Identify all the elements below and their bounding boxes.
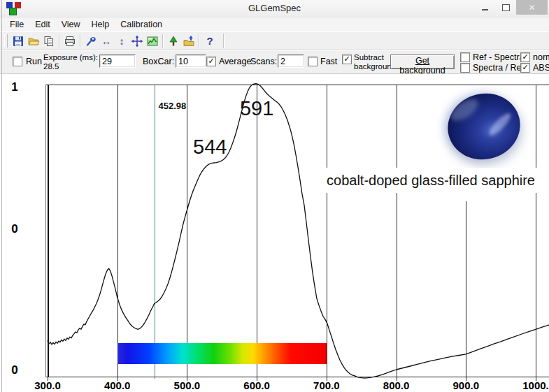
menu-view[interactable]: View — [56, 17, 86, 31]
open-folder-icon — [27, 35, 40, 48]
expand-vertical-button[interactable]: ↕ — [114, 34, 129, 48]
menu-file[interactable]: File — [4, 17, 29, 31]
fit-vertical-button[interactable] — [166, 34, 181, 48]
print-button[interactable] — [62, 34, 78, 48]
abs-checkbox[interactable]: ✓ — [520, 63, 530, 73]
maximize-icon — [502, 4, 510, 11]
x-axis-label: 1000. — [522, 379, 549, 391]
menu-bar: File Edit View Help Calibration — [0, 17, 549, 31]
copy-button[interactable] — [41, 34, 57, 48]
pan-move-icon — [131, 35, 143, 48]
menu-help[interactable]: Help — [86, 17, 115, 31]
x-axis-label: 600.0 — [243, 379, 270, 391]
close-button[interactable]: ✕ — [516, 0, 548, 15]
peak-label: 544 — [193, 136, 227, 159]
y-axis-outer-line — [45, 85, 46, 377]
spectrum-chart: cobalt-doped glass-filled sapphire 300.0… — [0, 74, 549, 392]
autoscale-icon — [146, 35, 159, 48]
minimize-button[interactable] — [474, 0, 495, 15]
toolbar-separator — [59, 34, 60, 48]
x-axis-label: 500.0 — [174, 379, 201, 391]
menu-calibration[interactable]: Calibration — [115, 17, 168, 31]
export-folder-icon — [183, 35, 195, 48]
expand-horizontal-button[interactable]: ↔ — [99, 34, 114, 48]
abs-label: ABS — [533, 63, 549, 73]
x-axis-label: 900.0 — [453, 379, 480, 391]
x-axis-label: 400.0 — [104, 379, 131, 391]
gridline — [187, 85, 187, 377]
gridline — [397, 85, 397, 377]
x-axis-label: 300.0 — [34, 379, 61, 391]
gridline — [327, 85, 327, 377]
window-title: GLGemSpec — [0, 0, 549, 17]
ref-spectra-checkbox[interactable] — [460, 52, 470, 62]
pan-button[interactable] — [129, 34, 145, 48]
save-icon — [12, 35, 24, 48]
acquisition-controls: Run Exposure (ms): 28.5 BoxCar: ✓ Averag… — [0, 50, 549, 74]
run-label: Run — [26, 57, 42, 66]
toolbar-grip — [4, 34, 8, 48]
y-axis-label: 1 — [8, 80, 21, 94]
scans-input[interactable] — [278, 55, 304, 68]
autoscale-button[interactable] — [145, 34, 160, 48]
plot-top-border — [45, 85, 549, 85]
close-icon: ✕ — [528, 3, 535, 13]
x-axis-label: 800.0 — [383, 379, 410, 391]
help-icon: ? — [206, 35, 213, 48]
gridline — [536, 85, 536, 377]
x-axis-label: 700.0 — [313, 379, 340, 391]
exposure-value: 28.5 — [43, 62, 98, 71]
glgemspec-window: { "window": { "title": "GLGemSpec", "clo… — [0, 0, 549, 392]
toolbar-separator — [162, 34, 164, 48]
open-button[interactable] — [26, 34, 41, 48]
toolbar-end-ridge — [223, 34, 224, 48]
peak-label: 591 — [240, 97, 273, 120]
export-button[interactable] — [181, 34, 197, 48]
get-background-button[interactable]: Get background — [390, 55, 455, 69]
title-bar: GLGemSpec ✕ — [0, 0, 549, 17]
fast-checkbox[interactable] — [308, 57, 318, 66]
y-axis-label: 0 — [8, 363, 21, 377]
exposure-input[interactable] — [99, 55, 136, 68]
boxcar-input[interactable] — [176, 55, 206, 68]
toolbar-separator — [199, 34, 200, 48]
save-button[interactable] — [10, 34, 26, 48]
norm-checkbox[interactable]: ✓ — [520, 52, 530, 62]
visible-spectrum-bar — [117, 343, 327, 364]
ref-spectra-label: Ref - Spectra — [473, 52, 525, 62]
help-button[interactable]: ? — [202, 34, 218, 48]
fast-label: Fast — [320, 57, 337, 66]
fit-vertical-icon — [167, 35, 180, 48]
menu-edit[interactable]: Edit — [29, 17, 56, 31]
run-checkbox[interactable] — [13, 57, 22, 66]
exposure-label: Exposure (ms): 28.5 — [43, 53, 98, 71]
boxcar-label: BoxCar: — [143, 57, 174, 66]
print-icon — [64, 35, 76, 48]
spectra-ref-checkbox[interactable] — [460, 63, 470, 73]
peak-label: 452.98 — [159, 101, 187, 111]
minimize-icon — [482, 9, 488, 10]
chart-caption: cobalt-doped glass-filled sapphire — [315, 168, 547, 193]
y-axis-label: 0 — [8, 222, 21, 236]
gridline — [117, 85, 118, 377]
plot-bottom-border — [45, 377, 549, 377]
toolbar: ↔ ↕ ? — [0, 31, 549, 50]
gridline — [257, 85, 257, 377]
maximize-button[interactable] — [495, 0, 516, 15]
norm-label: norm — [533, 52, 549, 62]
spectra-ref-label: Spectra / Ref — [473, 63, 524, 73]
toolbar-separator — [80, 34, 81, 48]
copy-icon — [43, 35, 55, 48]
scans-label: Scans: — [250, 57, 277, 66]
y-axis-line — [48, 85, 49, 377]
subtract-background-checkbox[interactable]: ✓ — [342, 55, 352, 64]
expand-horizontal-icon: ↔ — [101, 35, 111, 48]
settings-button[interactable] — [83, 34, 99, 48]
expand-vertical-icon: ↕ — [120, 35, 124, 48]
wavelength-cursor-line[interactable] — [155, 85, 155, 379]
average-checkbox[interactable]: ✓ — [206, 57, 216, 66]
wrench-icon — [85, 35, 97, 48]
average-label: Average — [219, 57, 251, 66]
